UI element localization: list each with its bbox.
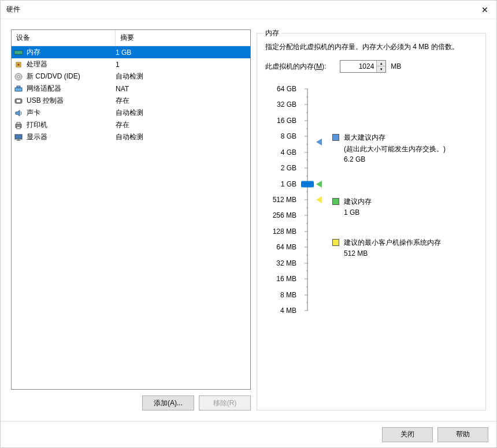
tick-label: 4 MB <box>280 307 296 315</box>
tick-mark-minor <box>306 192 308 192</box>
sound-icon <box>14 109 23 118</box>
legend-min-square-icon <box>332 239 339 246</box>
memory-input-label: 此虚拟机的内存(M): <box>265 62 326 72</box>
tick-mark-minor <box>306 303 308 303</box>
device-row[interactable]: 声卡自动检测 <box>12 107 250 119</box>
device-summary: 存在 <box>116 96 248 106</box>
tick-mark <box>305 215 308 216</box>
memory-slider-area: 64 GB32 GB16 GB8 GB4 GB2 GB1 GB512 MB256… <box>265 84 477 315</box>
network-icon <box>14 84 23 94</box>
slider-track-column[interactable] <box>300 84 315 315</box>
device-row[interactable]: 网络适配器NAT <box>12 83 250 95</box>
tick-mark <box>305 231 308 232</box>
device-row[interactable]: 新 CD/DVD (IDE)自动检测 <box>12 70 250 83</box>
device-row[interactable]: USB 控制器存在 <box>12 95 250 107</box>
device-list: 设备 摘要 内存1 GB处理器1新 CD/DVD (IDE)自动检测网络适配器N… <box>11 29 251 390</box>
tick-mark <box>305 294 308 295</box>
tick-mark-minor <box>306 176 308 176</box>
tick-mark <box>305 200 308 200</box>
display-icon <box>14 133 23 142</box>
tick-label: 16 GB <box>277 117 296 125</box>
device-row[interactable]: 打印机存在 <box>12 119 250 131</box>
tick-mark <box>305 120 308 121</box>
device-summary: 自动检测 <box>116 108 248 118</box>
tick-label: 32 GB <box>277 100 296 109</box>
close-button[interactable]: 关闭 <box>382 427 433 442</box>
tick-mark <box>305 168 308 169</box>
device-summary: 存在 <box>116 120 248 130</box>
tick-label: 8 MB <box>280 291 296 299</box>
device-row[interactable]: 处理器1 <box>12 58 250 70</box>
tick-mark <box>305 279 308 279</box>
svg-point-8 <box>17 76 20 78</box>
svg-rect-17 <box>17 139 20 140</box>
svg-rect-10 <box>17 86 20 88</box>
device-row[interactable]: 内存1 GB <box>12 46 250 58</box>
device-name: 新 CD/DVD (IDE) <box>27 72 116 81</box>
legend-max: 最大建议内存 (超出此大小可能发生内存交换。) 6.2 GB <box>344 133 446 163</box>
cd-icon <box>14 72 23 81</box>
device-name: 打印机 <box>27 120 116 130</box>
tick-label: 4 GB <box>281 148 296 156</box>
add-button[interactable]: 添加(A)... <box>142 395 194 410</box>
spinner-up-icon[interactable]: ▲ <box>377 61 385 66</box>
bottom-bar: 关闭 帮助 <box>1 421 496 447</box>
svg-rect-6 <box>17 64 20 66</box>
memory-unit: MB <box>391 62 401 70</box>
tick-label: 64 GB <box>277 85 296 93</box>
close-icon[interactable]: ✕ <box>479 5 491 14</box>
legend-max-square-icon <box>332 134 339 141</box>
tick-label: 256 MB <box>273 211 296 219</box>
memory-input-row: 此虚拟机的内存(M): ▲ ▼ MB <box>265 60 477 73</box>
memory-groupbox: 内存 指定分配给此虚拟机的内存量。内存大小必须为 4 MB 的倍数。 此虚拟机的… <box>257 33 486 410</box>
right-panel: 内存 指定分配给此虚拟机的内存量。内存大小必须为 4 MB 的倍数。 此虚拟机的… <box>257 29 486 410</box>
device-summary: 1 <box>116 61 248 69</box>
spinner-buttons: ▲ ▼ <box>376 61 385 72</box>
help-button[interactable]: 帮助 <box>437 427 488 442</box>
groupbox-title: 内存 <box>263 28 281 38</box>
left-panel: 设备 摘要 内存1 GB处理器1新 CD/DVD (IDE)自动检测网络适配器N… <box>11 29 251 410</box>
tick-mark <box>305 263 308 263</box>
legend-max-value: 6.2 GB <box>344 155 446 163</box>
legend-min-title: 建议的最小客户机操作系统内存 <box>344 238 441 248</box>
legend-rec-value: 1 GB <box>344 208 372 216</box>
left-buttons: 添加(A)... 移除(R) <box>11 395 251 410</box>
tick-mark-minor <box>306 255 308 256</box>
header-summary[interactable]: 摘要 <box>116 30 250 46</box>
tick-label: 128 MB <box>273 227 296 236</box>
tick-mark-minor <box>306 223 308 224</box>
device-name: USB 控制器 <box>27 96 116 106</box>
slider-thumb[interactable] <box>301 181 314 187</box>
tick-mark <box>305 311 308 311</box>
tick-mark <box>305 89 308 89</box>
device-name: 处理器 <box>27 59 116 69</box>
device-row[interactable]: 显示器自动检测 <box>12 131 250 143</box>
tick-mark-minor <box>306 286 308 287</box>
svg-rect-15 <box>17 126 20 129</box>
header-device[interactable]: 设备 <box>12 30 116 46</box>
tick-mark <box>305 104 308 105</box>
device-summary: 自动检测 <box>116 72 248 81</box>
tick-mark-minor <box>306 207 308 208</box>
list-header: 设备 摘要 <box>12 30 250 46</box>
memory-spinner[interactable]: ▲ ▼ <box>340 60 386 73</box>
tick-mark-minor <box>306 128 308 129</box>
tick-mark <box>305 152 308 152</box>
content-area: 设备 摘要 内存1 GB处理器1新 CD/DVD (IDE)自动检测网络适配器N… <box>1 19 496 421</box>
tick-mark <box>305 136 308 137</box>
tick-mark-minor <box>306 144 308 145</box>
tick-label: 64 MB <box>276 243 296 251</box>
tick-mark-minor <box>306 271 308 271</box>
memory-input[interactable] <box>340 61 376 72</box>
legend-rec-title: 建议内存 <box>344 197 372 207</box>
window-title: 硬件 <box>6 5 479 14</box>
usb-icon <box>14 96 23 106</box>
printer-icon <box>14 121 23 130</box>
tick-mark-minor <box>306 113 308 113</box>
spinner-down-icon[interactable]: ▼ <box>377 66 385 72</box>
titlebar: 硬件 ✕ <box>1 1 496 19</box>
device-name: 声卡 <box>27 108 116 118</box>
svg-rect-9 <box>15 88 22 91</box>
tick-label: 512 MB <box>273 196 296 204</box>
hardware-dialog: 硬件 ✕ 设备 摘要 内存1 GB处理器1新 CD/DVD (IDE)自动检测网… <box>0 0 497 448</box>
